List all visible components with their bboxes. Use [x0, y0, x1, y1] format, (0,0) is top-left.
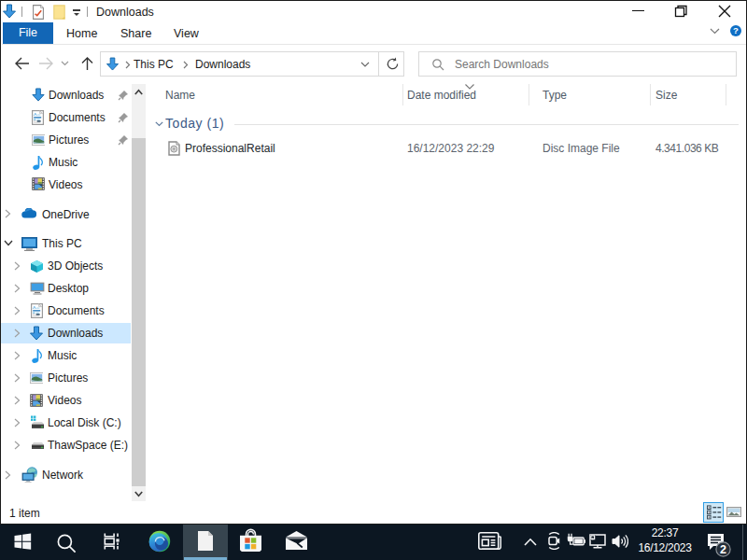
svg-text:2: 2 — [720, 543, 726, 556]
